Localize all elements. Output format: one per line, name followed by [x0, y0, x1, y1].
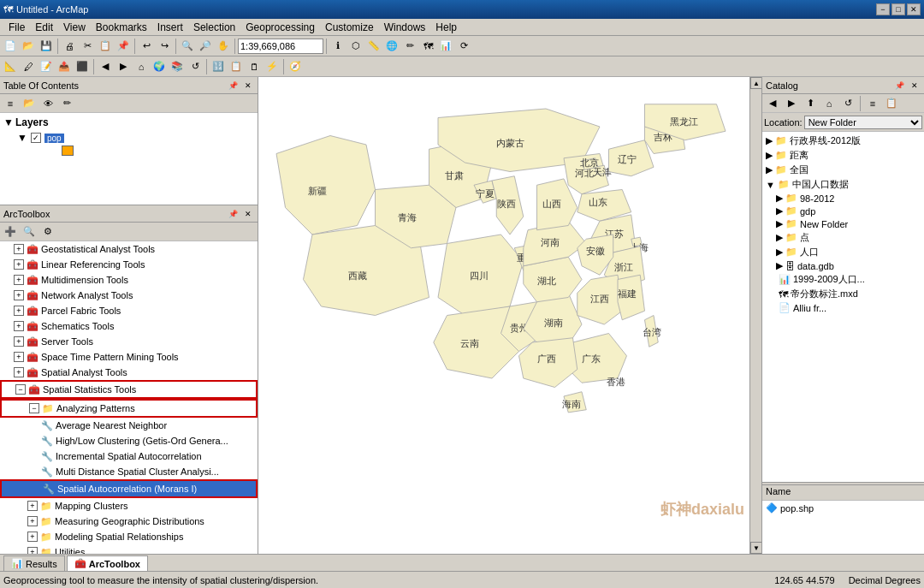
expand-measgeo[interactable]: +: [27, 516, 38, 526]
toc-layer-pop[interactable]: ▼ ✓ pop: [0, 130, 258, 146]
tb2-back-btn[interactable]: ◀: [97, 58, 114, 75]
zoom-in-button[interactable]: 🔍: [179, 38, 196, 55]
tree-item-spatialanalyst[interactable]: + 🧰 Spatial Analyst Tools: [0, 365, 258, 380]
undo-button[interactable]: ↩: [138, 38, 155, 55]
menu-geoprocessing[interactable]: Geoprocessing: [240, 21, 320, 34]
redo-button[interactable]: ↪: [156, 38, 173, 55]
cat-item-alliu[interactable]: 📄 Alliu fr...: [762, 301, 924, 314]
maximize-button[interactable]: □: [891, 3, 905, 15]
cut-button[interactable]: ✂: [79, 38, 96, 55]
tree-item-averagenn[interactable]: 🔧 Average Nearest Neighbor: [0, 418, 258, 433]
tab-results[interactable]: 📊 Results: [3, 555, 65, 571]
tb2-nav-btn[interactable]: 🧭: [287, 58, 304, 75]
cat-item-mxd[interactable]: 🗺 帝分数标注.mxd: [762, 287, 924, 301]
tree-item-geostatistical[interactable]: + 🧰 Geostatistical Analyst Tools: [0, 241, 258, 257]
tb2-btn7[interactable]: 📋: [228, 58, 245, 75]
expand-spatialstats[interactable]: −: [15, 384, 26, 395]
expand-utilities[interactable]: +: [27, 547, 38, 554]
cat-item-quanguo[interactable]: ▶ 📁 全国: [762, 163, 924, 177]
catalog-tree[interactable]: ▶ 📁 行政界线-2012版 ▶ 📁 距离 ▶ 📁 全国 ▼ 📁 中国人口数据 …: [762, 132, 924, 482]
catalog-close-btn[interactable]: ✕: [909, 80, 921, 91]
cat-forward-btn[interactable]: ▶: [783, 95, 800, 112]
cat-item-zhongguork[interactable]: ▼ 📁 中国人口数据: [762, 177, 924, 192]
menu-bookmarks[interactable]: Bookmarks: [91, 21, 152, 34]
pan-button[interactable]: ✋: [215, 38, 232, 55]
zoom-out-button[interactable]: 🔎: [197, 38, 214, 55]
tree-item-spatialstats[interactable]: − 🧰 Spatial Statistics Tools: [0, 380, 258, 399]
cat-item-renkou[interactable]: ▶ 📁 人口: [762, 245, 924, 259]
menu-insert[interactable]: Insert: [152, 21, 188, 34]
atb-options-btn[interactable]: ⚙: [39, 223, 56, 241]
tb2-btn8[interactable]: 🗒: [246, 58, 263, 75]
atb-close-btn[interactable]: ✕: [242, 209, 254, 219]
menu-help[interactable]: Help: [430, 21, 462, 34]
scale-input[interactable]: [238, 39, 323, 54]
toc-close-btn[interactable]: ✕: [242, 80, 254, 91]
expand-server[interactable]: +: [14, 336, 24, 347]
tree-item-spatialautocorr[interactable]: 🔧 Spatial Autocorrelation (Morans I): [0, 479, 258, 498]
tree-item-schematics[interactable]: + 🧰 Schematics Tools: [0, 318, 258, 334]
cat-item-newfolder[interactable]: ▶ 📁 New Folder: [762, 217, 924, 230]
cat-item-juli[interactable]: ▶ 📁 距离: [762, 148, 924, 163]
cat-up-btn[interactable]: ⬆: [802, 95, 819, 112]
tab-arctoolbox[interactable]: 🧰 ArcToolbox: [67, 555, 148, 571]
cat-item-datagdb[interactable]: ▶ 🗄 data.gdb: [762, 259, 924, 272]
expand-geostatistical[interactable]: +: [14, 244, 24, 254]
layout-btn[interactable]: 📊: [437, 38, 454, 55]
tb2-home-btn[interactable]: ⌂: [133, 58, 150, 75]
tree-item-multidim[interactable]: + 🧰 Multidimension Tools: [0, 272, 258, 288]
atb-search-btn[interactable]: 🔍: [21, 223, 38, 241]
cat-item-98-2012[interactable]: ▶ 📁 98-2012: [762, 192, 924, 205]
tree-item-utilities[interactable]: + 📁 Utilities: [0, 544, 258, 554]
tb2-btn4[interactable]: 📤: [56, 58, 73, 75]
tb2-forward-btn[interactable]: ▶: [115, 58, 132, 75]
cat-back-btn[interactable]: ◀: [764, 95, 781, 112]
tree-item-server[interactable]: + 🧰 Server Tools: [0, 334, 258, 349]
close-button[interactable]: ✕: [907, 3, 921, 15]
scroll-up-btn[interactable]: ▲: [750, 77, 761, 89]
menu-view[interactable]: View: [58, 21, 91, 34]
expand-network[interactable]: +: [14, 290, 24, 300]
print-button[interactable]: 🖨: [61, 38, 78, 55]
catalog-dock-btn[interactable]: 📌: [892, 80, 907, 91]
select-button[interactable]: ⬡: [347, 38, 364, 55]
cat-item-1999[interactable]: 📊 1999-2009人口...: [762, 272, 924, 287]
expand-parcel[interactable]: +: [14, 306, 24, 316]
menu-edit[interactable]: Edit: [30, 21, 58, 34]
menu-windows[interactable]: Windows: [379, 21, 431, 34]
cat-detail-btn[interactable]: 📋: [883, 95, 900, 112]
expand-linear[interactable]: +: [14, 259, 24, 270]
refresh-btn[interactable]: ⟳: [455, 38, 472, 55]
tb2-globe-btn[interactable]: 🌍: [151, 58, 168, 75]
tree-item-measgeo[interactable]: + 📁 Measuring Geographic Distributions: [0, 514, 258, 529]
tb2-cat-btn[interactable]: 📚: [169, 58, 186, 75]
cat-refresh-btn[interactable]: ↺: [839, 95, 856, 112]
cat-list-btn[interactable]: ≡: [864, 95, 881, 112]
tb2-btn6[interactable]: 🔢: [210, 58, 227, 75]
new-button[interactable]: 📄: [2, 38, 19, 55]
expand-modeling[interactable]: +: [27, 532, 38, 542]
menu-customize[interactable]: Customize: [320, 21, 379, 34]
cat-home-btn[interactable]: ⌂: [820, 95, 838, 112]
atb-add-btn[interactable]: ➕: [2, 223, 19, 241]
toc-source-btn[interactable]: 📂: [21, 95, 38, 112]
expand-multidim[interactable]: +: [14, 275, 24, 285]
tree-item-analyzingpatterns[interactable]: − 📁 Analyzing Patterns: [0, 399, 258, 418]
expand-mappingclusters[interactable]: +: [27, 501, 38, 511]
expand-schematics[interactable]: +: [14, 321, 24, 331]
toc-visibility-btn[interactable]: 👁: [39, 95, 56, 112]
identify-button[interactable]: ℹ: [329, 38, 346, 55]
tree-item-incremental[interactable]: 🔧 Incremental Spatial Autocorrelation: [0, 448, 258, 464]
location-dropdown[interactable]: New Folder: [804, 116, 922, 129]
cat-item-xingzheng[interactable]: ▶ 📁 行政界线-2012版: [762, 134, 924, 148]
cat-item-dian[interactable]: ▶ 📁 点: [762, 230, 924, 245]
tree-item-mappingclusters[interactable]: + 📁 Mapping Clusters: [0, 498, 258, 514]
copy-button[interactable]: 📋: [97, 38, 114, 55]
layer-checkbox[interactable]: ✓: [31, 133, 41, 143]
scroll-down-btn[interactable]: ▼: [750, 542, 761, 554]
tb2-btn9[interactable]: ⚡: [264, 58, 281, 75]
tb2-btn1[interactable]: 📐: [2, 58, 19, 75]
measure-button[interactable]: 📏: [365, 38, 382, 55]
tree-item-spacetime[interactable]: + 🧰 Space Time Pattern Mining Tools: [0, 349, 258, 365]
toc-list-btn[interactable]: ≡: [2, 95, 19, 112]
